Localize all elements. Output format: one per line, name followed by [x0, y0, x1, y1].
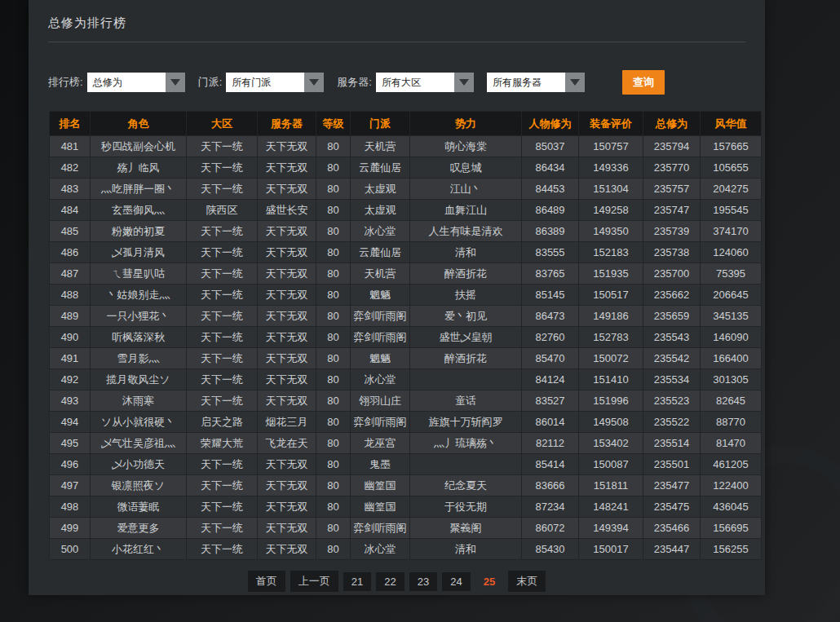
table-cell: 童话 — [410, 390, 522, 412]
table-cell: 235794 — [643, 136, 701, 157]
table-cell: 旌旗十万斩阎罗 — [410, 412, 522, 433]
table-cell: 486 — [50, 242, 91, 263]
table-cell: 幽篁国 — [351, 475, 410, 496]
table-row: 496乄小功德天天下一统天下无双80鬼墨85414150087235501461… — [50, 454, 762, 475]
table-cell: 235738 — [643, 242, 701, 263]
table-cell: 云麓仙居 — [351, 242, 410, 263]
table-cell: 80 — [316, 327, 351, 348]
table-cell: 235475 — [643, 496, 701, 518]
table-cell: 85145 — [522, 285, 579, 306]
table-cell: 206645 — [701, 285, 762, 306]
table-cell: 493 — [50, 390, 91, 412]
page-button[interactable]: 末页 — [508, 571, 546, 592]
page-button[interactable]: 24 — [442, 572, 470, 591]
table-cell: 冰心堂 — [351, 221, 410, 242]
table-cell: 86072 — [522, 518, 579, 539]
table-cell: 75395 — [701, 263, 762, 285]
table-cell: 醉酒折花 — [410, 348, 522, 369]
header-cell: 装备评价 — [579, 112, 643, 136]
table-cell: 80 — [316, 518, 351, 539]
header-cell: 总修为 — [643, 112, 701, 136]
page-button[interactable]: 21 — [343, 572, 371, 591]
server-select[interactable]: 所有服务器 — [487, 73, 585, 92]
table-cell: 235447 — [643, 539, 701, 560]
table-cell: 82112 — [522, 433, 579, 454]
chevron-down-icon[interactable] — [565, 73, 585, 92]
table-body: 481秒四战副会心机天下一统天下无双80天机营萌心海棠8503715075723… — [50, 136, 762, 560]
chevron-down-icon[interactable] — [304, 73, 324, 92]
table-row: 500小花红红丶天下一统天下无双80冰心堂清和85430150017235447… — [50, 539, 762, 560]
table-cell: 烟花三月 — [258, 412, 316, 433]
table-cell: 灬吃胖胖一圈丶 — [91, 179, 187, 200]
sect-select[interactable]: 所有门派 — [226, 73, 324, 92]
page-title: 总修为排行榜 — [29, 0, 765, 31]
header-cell: 角色 — [91, 112, 187, 136]
table-cell: 魍魉 — [351, 285, 410, 306]
table-row: 488丶姑娘别走灬天下一统天下无双80魍魉扶摇85145150517235662… — [50, 285, 762, 306]
table-cell: 105655 — [701, 157, 762, 179]
table-cell: 天下无双 — [258, 539, 316, 560]
table-cell: 飞龙在天 — [258, 433, 316, 454]
table-cell: 天下无双 — [258, 136, 316, 157]
table-cell: 83555 — [522, 242, 579, 263]
table-cell: 一只小狸花丶 — [91, 306, 187, 327]
table-cell: 冰心堂 — [351, 539, 410, 560]
page-button[interactable]: 上一页 — [290, 571, 338, 592]
table-cell: 195545 — [701, 200, 762, 221]
table-cell: 80 — [316, 369, 351, 390]
table-cell: 鬼墨 — [351, 454, 410, 475]
table-cell: 80 — [316, 157, 351, 179]
chevron-down-icon[interactable] — [166, 73, 185, 92]
header-cell: 人物修为 — [522, 112, 579, 136]
table-cell: 天下一统 — [187, 496, 258, 518]
table-cell: 冰心堂 — [351, 369, 410, 390]
table-cell: 149394 — [579, 518, 643, 539]
table-cell: 天下一统 — [187, 263, 258, 285]
table-cell: ㄟ彗星叭咕 — [91, 263, 187, 285]
chevron-down-icon[interactable] — [454, 73, 474, 92]
page-button[interactable]: 首页 — [248, 571, 285, 592]
table-cell: 天下一统 — [187, 348, 258, 369]
table-cell: 83765 — [522, 263, 579, 285]
table-cell: 清和 — [410, 539, 522, 560]
table-cell: 小花红红丶 — [91, 539, 187, 560]
table-cell: 血舞江山 — [410, 200, 522, 221]
table-cell: 于役无期 — [410, 496, 522, 518]
table-cell: 235659 — [643, 306, 701, 327]
table-cell: 灬丿琉璃殇丶 — [410, 433, 522, 454]
query-button[interactable]: 查询 — [622, 70, 665, 95]
table-cell: 499 — [50, 518, 91, 539]
table-cell: 天下一统 — [187, 242, 258, 263]
table-cell: 84124 — [522, 369, 579, 390]
table-row: 487ㄟ彗星叭咕天下一统天下无双80天机营醉酒折花837651519352357… — [50, 263, 762, 285]
table-cell: 82760 — [522, 327, 579, 348]
page-button[interactable]: 23 — [409, 572, 437, 591]
header-cell: 风华值 — [701, 112, 762, 136]
table-cell: 秒四战副会心机 — [91, 136, 187, 157]
table-cell: 80 — [316, 348, 351, 369]
table-cell: 490 — [50, 327, 91, 348]
table-cell: 天下无双 — [258, 221, 316, 242]
table-cell: 87234 — [522, 496, 579, 518]
table-cell: 纪念夏天 — [410, 475, 522, 496]
table-cell: 银凛照夜ソ — [91, 475, 187, 496]
table-row: 489一只小狸花丶天下一统天下无双80弈剑听雨阁爱丶初见864731491862… — [50, 306, 762, 327]
table-cell: 荣耀大荒 — [187, 433, 258, 454]
table-cell: 483 — [50, 179, 91, 200]
table-cell: 489 — [50, 306, 91, 327]
ranking-panel: 总修为排行榜 排行榜: 总修为 门派: 所有门派 服务器: 所有大区 所有服务器… — [29, 0, 765, 595]
table-cell: 天下无双 — [258, 496, 316, 518]
table-row: 494ソ从小就很硬丶启天之路烟花三月80弈剑听雨阁旌旗十万斩阎罗86014149… — [50, 412, 762, 433]
table-cell: 153402 — [579, 433, 643, 454]
table-row: 481秒四战副会心机天下一统天下无双80天机营萌心海棠8503715075723… — [50, 136, 762, 157]
region-select[interactable]: 所有大区 — [376, 73, 474, 92]
table-row: 492揽月敬风尘ソ天下一统天下无双80冰心堂841241514102355343… — [50, 369, 762, 390]
page-button[interactable]: 22 — [376, 572, 404, 591]
table-row: 490听枫落深秋天下一统天下无双80弈剑听雨阁盛世乄皇朝827601527832… — [50, 327, 762, 348]
table-cell: 叹息城 — [410, 157, 522, 179]
ranking-type-select[interactable]: 总修为 — [87, 73, 185, 92]
table-cell: 龙巫宫 — [351, 433, 410, 454]
region-value: 所有大区 — [376, 73, 454, 92]
table-cell: 天下一统 — [187, 539, 258, 560]
table-cell: 83666 — [522, 475, 579, 496]
